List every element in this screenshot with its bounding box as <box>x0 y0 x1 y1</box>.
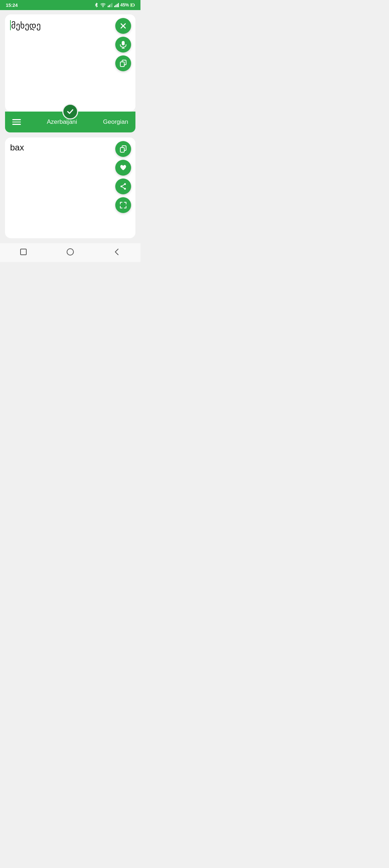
signal1-icon <box>107 3 112 7</box>
microphone-icon <box>120 41 127 49</box>
battery-icon <box>130 3 135 7</box>
recent-apps-button[interactable] <box>17 245 30 259</box>
clear-button[interactable] <box>115 18 131 34</box>
checkmark-icon <box>66 108 74 116</box>
svg-line-26 <box>122 185 124 186</box>
copy-icon <box>120 60 127 67</box>
menu-line-2 <box>12 122 21 123</box>
svg-rect-20 <box>120 62 124 67</box>
svg-rect-7 <box>114 6 115 7</box>
close-icon <box>120 22 127 30</box>
svg-rect-9 <box>117 4 118 7</box>
svg-point-23 <box>124 183 126 185</box>
main-content: მეხედე <box>0 10 140 238</box>
heart-icon <box>120 164 127 171</box>
favorite-button[interactable] <box>115 160 131 176</box>
svg-rect-6 <box>111 3 112 8</box>
output-card: bax <box>5 137 135 238</box>
svg-rect-28 <box>21 249 26 255</box>
svg-point-24 <box>121 186 122 187</box>
home-button[interactable] <box>63 245 77 259</box>
svg-point-2 <box>103 6 103 7</box>
nav-bar <box>0 243 140 262</box>
svg-rect-16 <box>122 41 125 45</box>
svg-rect-3 <box>108 6 109 7</box>
fullscreen-button[interactable] <box>115 197 131 213</box>
menu-line-1 <box>12 119 21 120</box>
signal2-icon <box>114 3 119 7</box>
toolbar: Azerbaijani Georgian <box>5 112 135 132</box>
svg-point-25 <box>124 188 126 190</box>
output-actions <box>115 141 131 213</box>
wifi-icon <box>100 3 106 7</box>
recent-apps-icon <box>19 248 28 256</box>
status-bar: 15:24 45% <box>0 0 140 10</box>
output-text: bax <box>10 143 130 153</box>
fullscreen-icon <box>120 202 127 209</box>
svg-rect-10 <box>118 3 119 8</box>
input-card: მეხედე <box>5 14 135 112</box>
svg-rect-4 <box>109 5 110 8</box>
svg-rect-8 <box>115 5 116 8</box>
copy-input-button[interactable] <box>115 55 131 71</box>
copy-output-button[interactable] <box>115 141 131 157</box>
battery-display: 45% <box>120 3 129 8</box>
time-display: 15:24 <box>6 3 18 8</box>
back-button[interactable] <box>110 245 124 259</box>
share-icon <box>120 183 127 190</box>
copy-output-icon <box>120 145 127 153</box>
microphone-button[interactable] <box>115 37 131 53</box>
menu-button[interactable] <box>12 119 21 125</box>
cursor <box>10 20 11 30</box>
svg-rect-22 <box>120 148 124 152</box>
svg-rect-5 <box>110 4 111 7</box>
svg-rect-12 <box>134 4 135 6</box>
svg-line-27 <box>122 187 124 188</box>
source-language-label[interactable]: Azerbaijani <box>47 118 77 126</box>
translate-button[interactable] <box>62 104 78 119</box>
svg-point-29 <box>67 249 73 255</box>
share-button[interactable] <box>115 178 131 194</box>
bluetooth-icon <box>94 3 99 8</box>
input-text[interactable]: მეხედე <box>10 19 130 107</box>
target-language-label[interactable]: Georgian <box>103 118 128 126</box>
menu-line-3 <box>12 124 21 125</box>
status-icons: 45% <box>94 3 135 8</box>
back-icon <box>113 248 121 256</box>
home-icon <box>66 248 75 256</box>
input-actions <box>115 18 131 71</box>
